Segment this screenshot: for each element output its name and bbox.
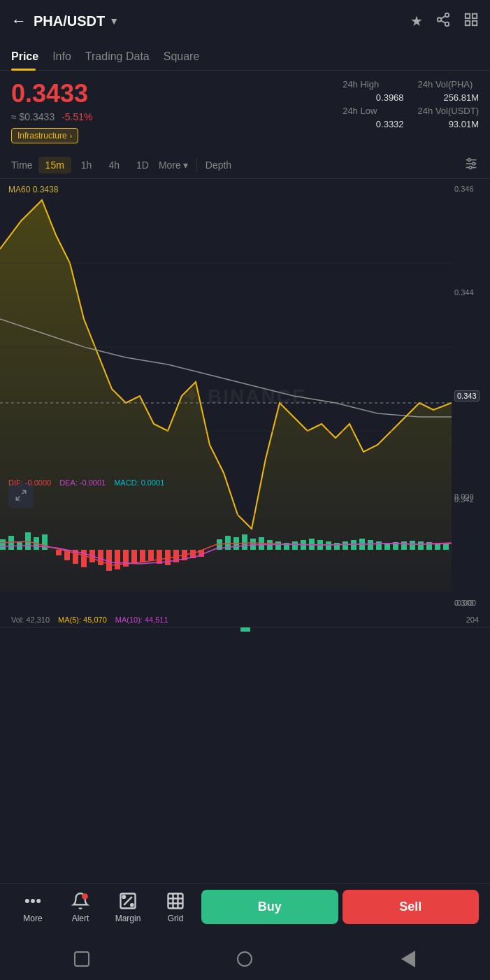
low-value: 0.3332 (343, 119, 403, 129)
svg-point-81 (122, 895, 125, 898)
macd-axis: 0.000 -0.000 (452, 487, 490, 613)
svg-point-78 (82, 893, 88, 900)
grid-nav-icon (166, 891, 185, 911)
buy-button[interactable]: Buy (201, 890, 338, 924)
grid-nav-label: Grid (168, 914, 184, 923)
svg-point-13 (473, 162, 475, 165)
star-icon[interactable]: ★ (410, 13, 423, 29)
interval-15m[interactable]: 15m (38, 157, 71, 173)
sys-nav-back[interactable] (71, 949, 92, 970)
grid-icon[interactable] (463, 12, 479, 31)
svg-rect-66 (376, 541, 382, 550)
chart-wrapper: MA60 0.3438 ✦ BINANCE 0.346 0.344 0.343 (0, 179, 490, 613)
more-intervals-button[interactable]: More ▾ (159, 159, 188, 171)
price-level-1: 0.346 (454, 185, 487, 193)
chart-settings-button[interactable] (463, 156, 479, 174)
time-label: Time (11, 159, 33, 171)
badge-label: Infrastructure (17, 131, 67, 141)
macd-labels: DIF: -0.0000 DEA: -0.0001 MACD: 0.0001 (8, 478, 164, 487)
svg-point-77 (36, 899, 41, 903)
vol-ma10-label: MA(10): 44,511 (115, 616, 168, 624)
svg-rect-69 (401, 541, 407, 550)
depth-button[interactable]: Depth (206, 159, 231, 171)
vol-usdt-value: 93.01M (418, 119, 479, 129)
price-section: 0.3433 ≈ $0.3433 -5.51% Infrastructure ›… (0, 71, 490, 152)
volume-indicator (0, 627, 490, 632)
svg-rect-83 (168, 893, 183, 908)
sys-nav-recent[interactable] (398, 949, 419, 970)
low-label: 24h Low (343, 106, 403, 116)
svg-rect-36 (115, 550, 120, 569)
triangle-nav-icon (401, 951, 415, 967)
price-stats: 24h High 24h Vol(PHA) 0.3968 256.81M 24h… (343, 79, 479, 129)
svg-point-1 (438, 17, 442, 22)
alert-nav-label: Alert (72, 914, 89, 923)
header: ← PHA/USDT ▼ ★ (0, 0, 490, 42)
svg-rect-6 (473, 13, 477, 17)
svg-rect-38 (131, 550, 137, 564)
svg-line-3 (441, 20, 445, 23)
nav-items: More Alert Margin (11, 891, 197, 923)
svg-rect-60 (326, 541, 331, 550)
vol-label: Vol: 42,310 (11, 616, 50, 624)
back-button[interactable]: ← (11, 12, 27, 30)
high-value: 0.3968 (343, 92, 403, 103)
nav-alert[interactable]: Alert (59, 891, 102, 923)
tab-price[interactable]: Price (11, 42, 52, 70)
high-label: 24h High (343, 79, 403, 90)
svg-point-0 (445, 13, 449, 17)
tab-trading-data[interactable]: Trading Data (85, 42, 164, 70)
nav-more[interactable]: More (11, 891, 55, 923)
svg-rect-29 (56, 550, 62, 555)
category-badge[interactable]: Infrastructure › (11, 128, 78, 143)
svg-rect-50 (242, 534, 247, 550)
tab-bar: Price Info Trading Data Square (0, 42, 490, 71)
svg-rect-71 (418, 541, 424, 550)
current-price-badge: 0.343 (454, 390, 480, 402)
nav-margin[interactable]: Margin (106, 891, 150, 923)
share-icon[interactable] (435, 12, 451, 31)
circle-nav-icon (237, 951, 252, 967)
svg-rect-65 (368, 540, 373, 550)
svg-point-82 (131, 904, 134, 907)
volume-indicator-bar (240, 627, 250, 632)
svg-rect-39 (140, 550, 145, 562)
system-nav-bar (0, 938, 490, 980)
interval-4h[interactable]: 4h (101, 157, 127, 173)
svg-point-75 (25, 899, 29, 903)
svg-rect-34 (98, 550, 103, 565)
divider (196, 158, 197, 172)
svg-rect-8 (473, 20, 477, 24)
svg-rect-54 (275, 541, 281, 550)
svg-point-12 (468, 159, 470, 162)
macd-chart (0, 487, 452, 613)
margin-icon (118, 891, 138, 911)
volume-bar: Vol: 42,310 MA(5): 45,070 MA(10): 44,511… (0, 613, 490, 627)
svg-line-20 (22, 490, 26, 494)
trading-pair-title[interactable]: PHA/USDT ▼ (34, 13, 119, 29)
vol-usdt-label: 24h Vol(USDT) (418, 106, 479, 116)
svg-rect-62 (343, 541, 348, 550)
svg-line-4 (441, 15, 445, 18)
more-label: More (159, 159, 181, 171)
badge-arrow: › (70, 132, 73, 140)
square-nav-icon (74, 951, 89, 967)
dif-label: DIF: -0.0000 (8, 478, 51, 487)
sys-nav-home[interactable] (234, 949, 255, 970)
nav-grid[interactable]: Grid (154, 891, 197, 923)
tab-info[interactable]: Info (52, 42, 85, 70)
macd-label: MACD: 0.0001 (114, 478, 164, 487)
more-arrow: ▾ (183, 159, 188, 171)
interval-1d[interactable]: 1D (129, 157, 156, 173)
margin-nav-label: Margin (115, 914, 141, 923)
svg-rect-7 (466, 20, 470, 24)
svg-point-14 (469, 166, 472, 169)
tab-square[interactable]: Square (164, 42, 214, 70)
pair-name: PHA/USDT (34, 13, 105, 29)
header-icons: ★ (410, 12, 479, 31)
svg-rect-40 (148, 550, 154, 560)
svg-line-21 (16, 497, 20, 500)
price-level-2: 0.344 (454, 288, 487, 297)
interval-1h[interactable]: 1h (74, 157, 99, 173)
sell-button[interactable]: Sell (343, 890, 480, 924)
